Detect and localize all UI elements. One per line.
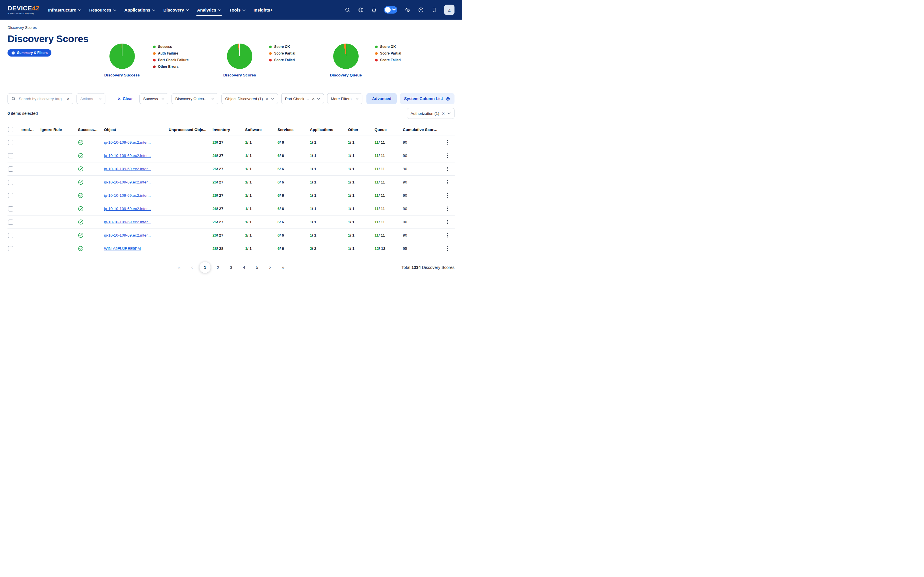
nav-item-applications[interactable]: Applications [120,0,159,19]
column-header-cumulative-score[interactable]: Cumulative Score [400,123,442,136]
column-header-ored[interactable]: ored [18,123,37,136]
row-actions-kebab-icon[interactable] [445,205,450,212]
help-icon[interactable]: ? [418,6,424,13]
device42-logo[interactable]: DEVICE42 A Freshworks Company [8,5,39,15]
clear-filters-button[interactable]: × Clear [116,96,134,102]
table-row: ip-10-10-109-69.ec2.inter... 26/ 27 1/ 1… [8,202,455,216]
object-link[interactable]: ip-10-10-109-69.ec2.inter... [104,167,151,171]
object-link[interactable]: ip-10-10-109-69.ec2.inter... [104,140,151,145]
cumulative-score-cell: 90 [400,202,442,216]
nav-item-analytics[interactable]: Analytics [193,0,225,19]
actions-dropdown[interactable]: Actions [76,93,105,104]
nav-item-discovery[interactable]: Discovery [159,0,193,19]
nav-item-tools[interactable]: Tools [225,0,249,19]
system-column-list-button[interactable]: System Column List [400,93,454,104]
chart-discovery-scores: Discovery Scores Score OKScore PartialSc… [223,44,296,77]
page-button-5[interactable]: 5 [252,262,262,273]
row-checkbox[interactable] [8,153,13,158]
row-actions-kebab-icon[interactable] [445,232,450,239]
row-checkbox[interactable] [8,180,13,185]
row-actions-kebab-icon[interactable] [445,179,450,186]
object-link[interactable]: ip-10-10-109-69.ec2.inter... [104,193,151,198]
legend-item-score-partial: Score Partial [269,52,295,55]
cumulative-score-cell: 90 [400,176,442,189]
search-box[interactable]: × [8,93,73,104]
row-actions-kebab-icon[interactable] [445,166,450,172]
search-input[interactable] [18,97,65,101]
logo-tagline: A Freshworks Company [8,13,39,15]
page-button-3[interactable]: 3 [226,262,236,273]
software-cell: 1/ 1 [242,176,275,189]
success-check-icon [78,193,84,198]
object-cell: ip-10-10-109-69.ec2.inter... [101,163,166,176]
row-actions-kebab-icon[interactable] [445,192,450,199]
row-checkbox[interactable] [8,246,13,251]
first-page-button[interactable]: « [174,262,184,273]
unprocessed-objects-cell [166,202,210,216]
chevron-down-icon [212,98,215,100]
last-page-button[interactable]: » [278,262,288,273]
remove-filter-icon[interactable]: × [312,97,315,101]
object-discovered-filter-chip[interactable]: Object Discovered (1) × [221,93,278,104]
row-checkbox[interactable] [8,193,13,198]
user-avatar[interactable]: Z [444,5,454,15]
ignore-rule-cell [37,189,75,202]
success-check-icon [78,140,84,145]
object-link[interactable]: ip-10-10-109-69.ec2.inter... [104,233,151,237]
object-link[interactable]: ip-10-10-109-69.ec2.inter... [104,180,151,184]
prev-page-button[interactable]: ‹ [187,262,197,273]
row-actions-kebab-icon[interactable] [445,245,450,252]
page-button-1[interactable]: 1 [200,262,210,273]
row-actions-kebab-icon[interactable] [445,139,450,146]
port-check-filter-chip[interactable]: Port Check (1) × [281,93,324,104]
remove-filter-icon[interactable]: × [442,111,445,116]
row-checkbox[interactable] [8,206,13,211]
authorization-filter-chip[interactable]: Authorization (1) × [407,108,454,119]
clear-search-icon[interactable]: × [67,97,69,101]
nav-item-insights[interactable]: Insights+ [249,0,276,19]
advanced-button[interactable]: Advanced [367,93,397,104]
globe-icon[interactable] [357,6,364,13]
search-icon [11,97,16,101]
services-cell: 6/ 6 [275,229,307,242]
summary-filters-button[interactable]: Summary & Filters [8,49,52,56]
object-link[interactable]: ip-10-10-109-69.ec2.inter... [104,220,151,224]
remove-filter-icon[interactable]: × [266,97,268,101]
success-check-icon [78,219,84,225]
search-icon[interactable] [344,6,351,13]
notifications-bell-icon[interactable] [371,6,377,13]
discovery-outcome-dropdown[interactable]: Discovery Outcome [171,93,218,104]
nav-item-resources[interactable]: Resources [85,0,120,19]
next-page-button[interactable]: › [265,262,275,273]
page-button-2[interactable]: 2 [213,262,223,273]
row-checkbox[interactable] [8,140,13,145]
row-actions-kebab-icon[interactable] [445,219,450,226]
object-link[interactable]: ip-10-10-109-69.ec2.inter... [104,153,151,158]
ignore-rule-cell [37,163,75,176]
object-link[interactable]: ip-10-10-109-69.ec2.inter... [104,206,151,211]
breadcrumb[interactable]: Discovery Scores [8,26,454,30]
unprocessed-objects-cell [166,163,210,176]
page-button-4[interactable]: 4 [239,262,249,273]
nav-item-infrastructure[interactable]: Infrastructure [44,0,85,19]
more-filters-dropdown[interactable]: More Filters [327,93,362,104]
summary-filters-label: Summary & Filters [17,51,48,55]
bookmark-icon[interactable] [431,6,437,13]
column-header-success[interactable]: Success [75,123,101,136]
software-cell: 1/ 1 [242,202,275,216]
chevron-down-icon [113,9,116,11]
success-cell [75,202,101,216]
success-filter-dropdown[interactable]: Success [139,93,168,104]
settings-gear-icon[interactable] [404,6,410,13]
row-checkbox[interactable] [8,219,13,225]
theme-toggle[interactable] [384,6,397,14]
object-link[interactable]: WIN-A5FUJREE9PM [104,247,141,251]
hero-left: Discovery Scores Summary & Filters [8,30,104,77]
legend-item-score-ok: Score OK [269,45,295,49]
select-all-checkbox[interactable] [8,127,13,132]
ignored-cell [18,149,37,163]
row-checkbox[interactable] [8,166,13,172]
row-checkbox[interactable] [8,233,13,238]
success-check-icon [78,246,84,251]
row-actions-kebab-icon[interactable] [445,152,450,159]
